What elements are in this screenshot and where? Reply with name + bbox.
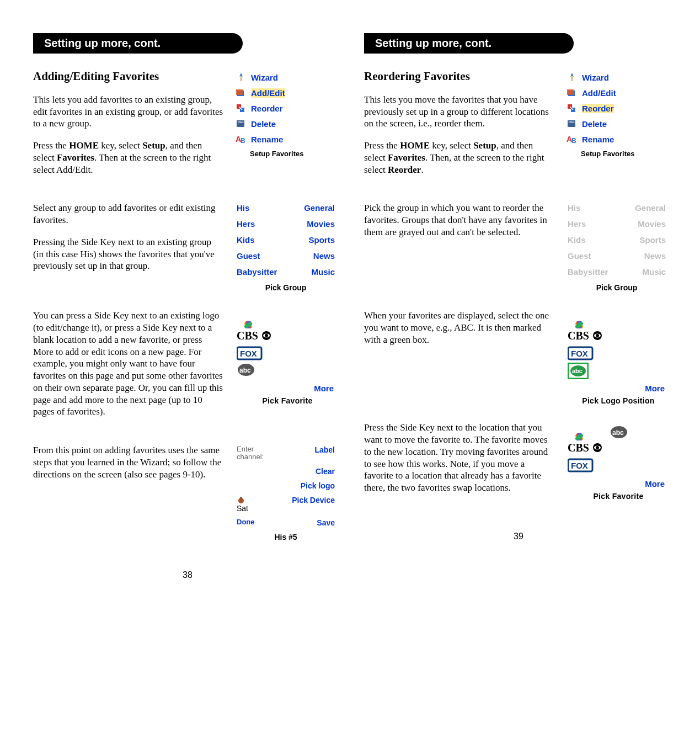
row-right: Pick Device bbox=[292, 496, 335, 504]
del-icon: DEL bbox=[567, 119, 579, 129]
enter-row[interactable]: Enterchannel: Label bbox=[237, 445, 335, 461]
page-number: 39 bbox=[364, 532, 673, 541]
paragraph: This lets you add favorites to an existi… bbox=[33, 94, 223, 130]
doc-section: Pick the group in which you want to reor… bbox=[364, 202, 673, 293]
group-row[interactable]: His General bbox=[568, 203, 666, 213]
svg-text:B: B bbox=[571, 137, 576, 144]
ren-icon: AB bbox=[236, 134, 248, 144]
group-left: His bbox=[568, 203, 580, 213]
list-footer: Pick Group bbox=[568, 283, 666, 292]
svg-point-23 bbox=[238, 498, 244, 503]
panel-footer: Pick Favorite bbox=[237, 396, 338, 405]
more-row[interactable]: More bbox=[568, 384, 669, 393]
svg-text:DEL: DEL bbox=[569, 120, 575, 124]
paragraph: From this point on adding favorites uses… bbox=[33, 444, 223, 480]
enter-row[interactable]: Clear bbox=[237, 467, 335, 476]
group-row[interactable]: Guest News bbox=[568, 251, 666, 261]
channel-logo-abc[interactable]: abc bbox=[610, 425, 633, 440]
channel-logo-nbc[interactable] bbox=[237, 313, 260, 328]
group-right: General bbox=[304, 203, 335, 213]
group-left: Hers bbox=[568, 219, 586, 229]
menu-item-label: Wizard bbox=[582, 73, 609, 82]
page-header: Setting up more, cont. bbox=[364, 33, 574, 54]
group-row[interactable]: Guest News bbox=[237, 251, 335, 261]
menu-item-label: Add/Edit bbox=[251, 88, 285, 98]
paragraph: Press the HOME key, select Setup, and th… bbox=[33, 140, 223, 176]
text-column: Pick the group in which you want to reor… bbox=[364, 202, 554, 248]
group-right: Music bbox=[642, 267, 666, 277]
menu-item-rename[interactable]: AB Rename bbox=[236, 134, 337, 144]
group-right: Music bbox=[311, 267, 335, 277]
group-row[interactable]: Kids Sports bbox=[237, 235, 335, 245]
doc-section: Press the Side Key next to the location … bbox=[364, 422, 673, 504]
svg-text:CBS: CBS bbox=[237, 330, 258, 342]
channel-logo-nbc[interactable] bbox=[568, 425, 591, 440]
group-left: His bbox=[237, 203, 249, 213]
setup-favorites-menu: Wizard Add/Edit Reorder DEL Delete AB Re… bbox=[564, 69, 669, 159]
del-icon: DEL bbox=[236, 119, 248, 129]
group-row[interactable]: Babysitter Music bbox=[237, 267, 335, 277]
group-left: Kids bbox=[568, 235, 586, 245]
text-column: You can press a Side Key next to an exis… bbox=[33, 310, 223, 428]
menu-item-wizard[interactable]: Wizard bbox=[567, 72, 668, 82]
more-row[interactable]: More bbox=[237, 384, 338, 393]
menu-item-reorder[interactable]: Reorder bbox=[236, 103, 337, 113]
menu-item-wizard[interactable]: Wizard bbox=[236, 72, 337, 82]
paragraph: This lets you move the favorites that yo… bbox=[364, 94, 554, 130]
group-row[interactable]: Hers Movies bbox=[237, 219, 335, 229]
group-row[interactable]: Kids Sports bbox=[568, 235, 666, 245]
doc-section: Reordering FavoritesThis lets you move t… bbox=[364, 69, 673, 185]
channel-logo-abc-green[interactable]: abc bbox=[568, 363, 591, 378]
menu-item-delete[interactable]: DEL Delete bbox=[567, 119, 668, 129]
text-column: Select any group to add favorites or edi… bbox=[33, 202, 223, 282]
menu-item-label: Wizard bbox=[251, 73, 278, 82]
ren-icon: AB bbox=[567, 134, 579, 144]
panel-footer: Pick Logo Position bbox=[568, 396, 669, 405]
paragraph: Pressing the Side Key next to an existin… bbox=[33, 236, 223, 272]
group-row[interactable]: Babysitter Music bbox=[568, 267, 666, 277]
group-row[interactable]: Hers Movies bbox=[568, 219, 666, 229]
channel-logo-cbs[interactable]: CBS bbox=[237, 330, 260, 345]
row-left: Sat bbox=[237, 496, 248, 513]
menu-item-add/edit[interactable]: Add/Edit bbox=[567, 88, 668, 98]
more-row[interactable]: More bbox=[568, 479, 669, 488]
channel-logo-fox[interactable]: FOX bbox=[568, 346, 591, 362]
enter-row[interactable]: Done Save bbox=[237, 518, 335, 527]
menu-footer: Setup Favorites bbox=[236, 150, 337, 158]
svg-text:abc: abc bbox=[572, 368, 583, 374]
menu-item-reorder[interactable]: Reorder bbox=[567, 103, 668, 113]
row-right: Pick logo bbox=[301, 481, 335, 490]
channel-logo-cbs[interactable]: CBS bbox=[568, 442, 591, 457]
position-logo-panel: CBSFOXabcMorePick Favorite bbox=[564, 422, 669, 501]
menu-item-label: Reorder bbox=[582, 104, 614, 113]
group-right: News bbox=[313, 251, 335, 261]
menu-item-add/edit[interactable]: Add/Edit bbox=[236, 88, 337, 98]
menu-footer: Setup Favorites bbox=[567, 150, 668, 158]
ui-screenshot: Wizard Add/Edit Reorder DEL Delete AB Re… bbox=[233, 69, 338, 159]
menu-item-rename[interactable]: AB Rename bbox=[567, 134, 668, 144]
menu-item-delete[interactable]: DEL Delete bbox=[236, 119, 337, 129]
section-heading: Reordering Favorites bbox=[364, 69, 554, 84]
logo-panel: CBSFOXabcMorePick Logo Position bbox=[564, 310, 669, 405]
group-left: Babysitter bbox=[237, 267, 277, 277]
group-right: News bbox=[644, 251, 666, 261]
wiz-icon bbox=[567, 72, 579, 82]
enter-row[interactable]: Sat Pick Device bbox=[237, 496, 335, 513]
text-column: Reordering FavoritesThis lets you move t… bbox=[364, 69, 554, 185]
text-column: Press the Side Key next to the location … bbox=[364, 422, 554, 504]
page-number: 38 bbox=[33, 570, 342, 580]
ui-screenshot: His General Hers Movies Kids Sports Gues… bbox=[564, 202, 669, 293]
channel-logo-fox[interactable]: FOX bbox=[237, 346, 260, 362]
channel-logo-abc[interactable]: abc bbox=[237, 363, 260, 378]
setup-favorites-menu: Wizard Add/Edit Reorder DEL Delete AB Re… bbox=[233, 69, 338, 159]
group-row[interactable]: His General bbox=[237, 203, 335, 213]
channel-logo-nbc[interactable] bbox=[568, 313, 591, 328]
svg-rect-26 bbox=[571, 76, 573, 81]
pick-group-list: His General Hers Movies Kids Sports Gues… bbox=[564, 202, 669, 293]
paragraph: When your favorites are displayed, selec… bbox=[364, 310, 554, 346]
doc-section: You can press a Side Key next to an exis… bbox=[33, 310, 342, 428]
channel-logo-fox[interactable]: FOX bbox=[568, 458, 591, 474]
reord-icon bbox=[236, 103, 248, 113]
enter-row[interactable]: Pick logo bbox=[237, 481, 335, 490]
channel-logo-cbs[interactable]: CBS bbox=[568, 330, 591, 345]
